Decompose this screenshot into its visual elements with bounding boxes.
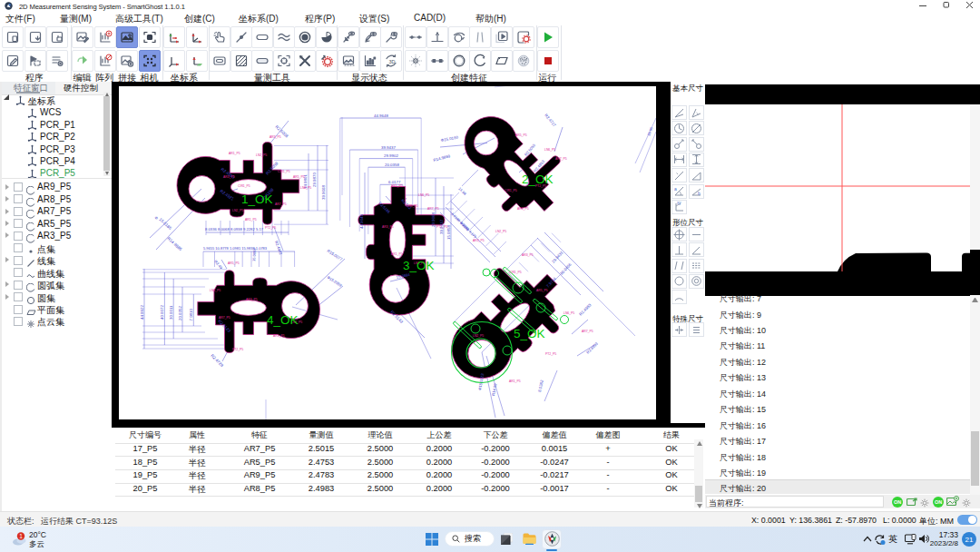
svg-text:LN2_P5: LN2_P5	[232, 209, 243, 212]
svg-text:R2.4983: R2.4983	[578, 302, 593, 317]
svg-text:R14.9886: R14.9886	[166, 236, 182, 251]
svg-text:AR3_P5: AR3_P5	[246, 298, 258, 301]
svg-text:CIR1_P5: CIR1_P5	[278, 170, 290, 173]
svg-text:Φ15.0359: Φ15.0359	[326, 275, 343, 289]
svg-text:PT2_P5: PT2_P5	[265, 226, 276, 230]
svg-text:CIR1_P5: CIR1_P5	[509, 271, 522, 274]
svg-text:AR3_P5: AR3_P5	[473, 239, 485, 242]
svg-text:LN2_P5: LN2_P5	[473, 334, 484, 338]
svg-text:15.0185: 15.0185	[158, 217, 172, 231]
svg-text:CIR1_P5: CIR1_P5	[238, 184, 250, 188]
svg-text:LN6_P5: LN6_P5	[210, 289, 220, 292]
svg-text:AR3_P5: AR3_P5	[522, 253, 534, 257]
svg-text:7.9810: 7.9810	[189, 309, 193, 321]
svg-text:29.9431: 29.9431	[551, 250, 564, 263]
svg-text:29.9668: 29.9668	[431, 212, 436, 227]
svg-text:9.2262 5.175: 9.2262 5.175	[459, 221, 478, 240]
svg-text:PT2_P5: PT2_P5	[436, 225, 447, 229]
svg-text:29.9902: 29.9902	[384, 153, 398, 158]
svg-text:AR1_P5: AR1_P5	[273, 334, 285, 338]
svg-text:2_OK: 2_OK	[522, 172, 554, 186]
svg-text:3D: 3D	[389, 58, 396, 64]
svg-text:AR5_P5: AR5_P5	[293, 175, 305, 179]
svg-text:39.9668: 39.9668	[321, 185, 326, 200]
svg-text:30.0011: 30.0011	[169, 305, 173, 320]
svg-text:8.0336 8.0068 8.0938 9.2282 5.: 8.0336 8.0068 8.0938 9.2282 5.17	[205, 227, 264, 232]
svg-text:R14.9869: R14.9869	[433, 153, 451, 163]
svg-text:5_OK: 5_OK	[514, 327, 545, 340]
svg-text:AR5_P5: AR5_P5	[391, 184, 403, 188]
svg-text:39.9437: 39.9437	[381, 145, 396, 150]
svg-text:AR5_P5: AR5_P5	[536, 289, 548, 292]
svg-text:AR3_P5: AR3_P5	[382, 225, 394, 229]
svg-text:LN6_P5: LN6_P5	[564, 311, 574, 315]
svg-text:AR7_P5: AR7_P5	[275, 202, 287, 206]
svg-text:R15.0077: R15.0077	[326, 249, 343, 262]
svg-text:8.0382: 8.0382	[537, 379, 544, 392]
svg-text:AR1_P5: AR1_P5	[229, 152, 240, 155]
svg-text:AR1_P5: AR1_P5	[509, 380, 521, 383]
svg-text:CIR1_P5: CIR1_P5	[505, 189, 517, 192]
svg-text:LN6_P5: LN6_P5	[300, 186, 311, 190]
svg-text:AR7_P5: AR7_P5	[427, 207, 439, 211]
svg-text:44.9649: 44.9649	[359, 214, 364, 229]
svg-text:3_OK: 3_OK	[403, 259, 435, 272]
svg-text:1_OK: 1_OK	[241, 192, 273, 206]
svg-text:PT2_P5: PT2_P5	[545, 352, 556, 356]
svg-text:20.0352: 20.0352	[178, 306, 182, 320]
svg-text:LN6_P5: LN6_P5	[418, 193, 429, 197]
svg-text:a: a	[674, 186, 677, 192]
svg-text:44.9648: 44.9648	[374, 113, 388, 118]
svg-text:R2.4729: R2.4729	[210, 353, 224, 368]
svg-text:44.9922: 44.9922	[140, 305, 144, 320]
svg-text:AR3_P5: AR3_P5	[223, 175, 235, 179]
svg-text:AR3_P5: AR3_P5	[270, 135, 281, 139]
svg-text:LN2_P5: LN2_P5	[495, 230, 506, 233]
svg-text:LN6_P5: LN6_P5	[544, 148, 555, 152]
svg-text:AR1_P5: AR1_P5	[245, 218, 257, 222]
svg-text:AR7_P5: AR7_P5	[219, 316, 230, 320]
svg-text:b: b	[698, 191, 701, 196]
svg-text:AR7_P5: AR7_P5	[582, 330, 593, 333]
svg-text:Φ15.0190: Φ15.0190	[440, 135, 458, 143]
svg-text:15.0884: 15.0884	[251, 247, 257, 261]
svg-text:14.98: 14.98	[457, 186, 467, 196]
svg-text:AR7_P5: AR7_P5	[555, 157, 567, 161]
svg-text:R2.4717: R2.4717	[544, 113, 557, 127]
svg-text:xy: xy	[677, 201, 681, 205]
svg-text:29.9870: 29.9870	[312, 172, 317, 187]
svg-text:AR1_P5: AR1_P5	[391, 252, 403, 256]
svg-text:20.0406: 20.0406	[559, 261, 573, 275]
svg-text:R2.4993: R2.4993	[585, 341, 599, 355]
svg-text:CIR1_P5: CIR1_P5	[406, 204, 418, 208]
svg-text:40.0072: 40.0072	[160, 305, 164, 320]
svg-text:R2.4982: R2.4982	[274, 241, 283, 256]
svg-text:AR5_P5: AR5_P5	[228, 261, 240, 265]
svg-text:5.9655 10.8778 1.0981 15.9838: 5.9655 10.8778 1.0981 15.9838 1.0783	[203, 246, 268, 251]
svg-text:AR1_P5: AR1_P5	[517, 207, 529, 211]
svg-text:1: 1	[19, 533, 23, 539]
svg-text:PT2_P5: PT2_P5	[232, 348, 243, 351]
svg-text:20.0358: 20.0358	[385, 163, 399, 167]
svg-text:AR5_P5: AR5_P5	[515, 133, 527, 137]
svg-text:39.95: 39.95	[646, 125, 653, 136]
svg-text:4_OK: 4_OK	[267, 313, 299, 327]
svg-text:LN2_P5: LN2_P5	[256, 153, 267, 157]
